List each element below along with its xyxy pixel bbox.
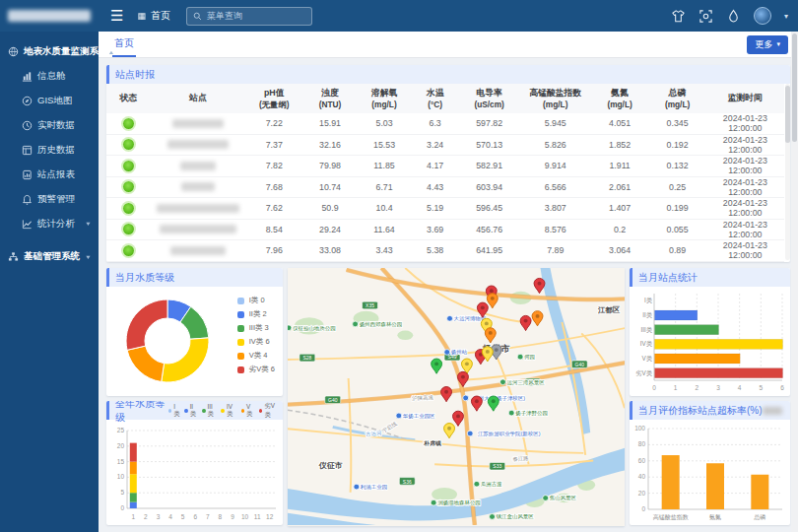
sidebar-item-trend[interactable]: 统计分析▼ — [0, 212, 99, 236]
exceed-bar-氨氮[interactable] — [706, 463, 724, 509]
flame-icon[interactable] — [726, 9, 741, 24]
station-name-cell — [151, 119, 245, 128]
svg-text:5: 5 — [181, 513, 185, 520]
table-row[interactable]: 7.8279.9811.854.17582.919.9141.9110.1322… — [106, 156, 784, 177]
stacked-bar-segment-劣V类[interactable] — [130, 443, 137, 462]
stacked-bar-segment-V类[interactable] — [130, 462, 137, 475]
legend-label: III类 3 — [249, 323, 269, 333]
value-cell: 0.132 — [648, 161, 705, 170]
table-row[interactable]: 7.3732.1615.533.24570.135.8261.8520.1922… — [106, 135, 784, 157]
legend-item[interactable]: II类 — [184, 403, 198, 419]
station-name-cell — [151, 246, 245, 255]
svg-text:IV类: IV类 — [640, 340, 653, 347]
legend-item[interactable]: III类 3 — [237, 321, 275, 335]
theme-skin-icon[interactable] — [671, 9, 686, 24]
tab-home[interactable]: 首页 — [112, 32, 136, 57]
sidebar-item-bars[interactable]: 信息舱 — [0, 64, 99, 89]
svg-text:4: 4 — [168, 513, 172, 520]
donut-slice-IV类[interactable] — [162, 338, 209, 382]
svg-text:20: 20 — [117, 442, 125, 449]
svg-text:1: 1 — [674, 384, 678, 391]
legend-item[interactable]: II类 2 — [237, 307, 275, 321]
map-label: 江都区 — [597, 305, 621, 314]
menu-search-input[interactable]: 菜单查询 — [186, 7, 312, 26]
sidebar-item-root-system[interactable]: 地表水质量监测系统▲ — [0, 39, 99, 64]
sidebar-item-clock[interactable]: 实时数据 — [0, 113, 99, 138]
legend-item[interactable]: V类 — [241, 403, 255, 419]
hbar-IV类[interactable] — [655, 339, 783, 349]
value-cell: 8.54 — [245, 225, 302, 234]
sidebar-item-gis[interactable]: GIS地图 — [0, 89, 99, 113]
hbar-V类[interactable] — [655, 354, 741, 364]
table-row[interactable]: 7.6810.746.714.43603.946.5662.0610.25202… — [106, 177, 784, 199]
donut-slice-V类[interactable] — [127, 346, 165, 381]
table-row[interactable]: 7.9633.083.435.38641.957.893.0640.892024… — [106, 240, 784, 262]
value-cell: 33.08 — [303, 245, 358, 255]
column-header: 浊度(NTU) — [303, 88, 358, 109]
legend-item[interactable]: 劣V类 — [259, 402, 279, 420]
value-cell: 5.19 — [412, 203, 459, 213]
blurred-link[interactable] — [763, 407, 782, 415]
logo-area — [0, 0, 99, 32]
page-scrollbar[interactable] — [791, 32, 798, 532]
screenshot-icon[interactable] — [698, 9, 713, 24]
legend-swatch — [237, 325, 244, 332]
chevron-down-icon: ▼ — [85, 222, 92, 228]
svg-text:总磷: 总磷 — [753, 514, 765, 520]
svg-text:G40: G40 — [575, 363, 585, 367]
table-row[interactable]: 8.5429.2411.643.69456.768.5760.20.055202… — [106, 220, 784, 241]
year-grade-bar-chart: 0510152025123456789101112 — [107, 421, 282, 524]
hbar-II类[interactable] — [655, 310, 698, 320]
table-row[interactable]: 7.2215.915.036.3597.825.9454.0510.345202… — [106, 113, 784, 135]
topbar: ☰ ▦ 首页 菜单查询 ▾ — [0, 0, 798, 32]
sidebar-collapse-icon[interactable]: ☰ — [110, 7, 123, 25]
table-row[interactable]: 7.6250.910.45.19596.453.8071.4070.199202… — [106, 198, 784, 220]
status-cell — [106, 203, 151, 214]
value-cell: 7.22 — [245, 118, 302, 128]
legend-item[interactable]: I类 — [168, 403, 180, 419]
time-cell: 2024-01-23 12:00:00 — [706, 156, 784, 175]
stacked-bar-segment-IV类[interactable] — [130, 474, 137, 493]
user-menu-chevron-down-icon[interactable]: ▾ — [784, 12, 788, 21]
svg-text:4: 4 — [738, 384, 742, 391]
bottom-grid: 当月水质等级 I类 0II类 2III类 3IV类 6V类 4劣V类 6 全年水… — [106, 268, 790, 526]
value-cell: 1.911 — [591, 161, 648, 170]
stacked-bar-segment-II类[interactable] — [130, 502, 137, 508]
legend-item[interactable]: IV类 — [221, 403, 236, 419]
value-cell: 11.85 — [358, 161, 412, 170]
sidebar-item-report[interactable]: 站点报表 — [0, 163, 99, 187]
svg-text:7: 7 — [206, 513, 210, 520]
legend-item[interactable]: 劣V类 6 — [237, 363, 275, 376]
table-scrollbar[interactable] — [785, 84, 790, 260]
value-cell: 7.89 — [520, 245, 591, 255]
map-canvas[interactable]: G40G40S49X35S28S36S33S53沪陕高速宁启线春江路古运河大运河… — [288, 268, 625, 526]
column-header: pH值(无量纲) — [245, 88, 302, 110]
map-label: 仪征市 — [318, 461, 343, 470]
time-cell: 2024-01-23 12:00:00 — [706, 240, 784, 260]
more-button[interactable]: 更多 ▾ — [747, 35, 788, 54]
value-cell: 10.74 — [303, 182, 358, 192]
exceed-bar-高锰酸盐指数[interactable] — [662, 455, 680, 509]
sidebar-item-history[interactable]: 历史数据 — [0, 138, 99, 163]
user-avatar[interactable] — [754, 7, 771, 25]
donut-slice-劣V类[interactable] — [126, 299, 167, 350]
legend-item[interactable]: V类 4 — [237, 349, 275, 363]
hbar-劣V类[interactable] — [655, 368, 783, 378]
sidebar-item-alert[interactable]: 预警管理 — [0, 187, 99, 212]
legend-item[interactable]: I类 0 — [237, 294, 275, 307]
sidebar-menu: 地表水质量监测系统▲信息舱GIS地图实时数据历史数据站点报表预警管理统计分析▼基… — [0, 39, 99, 269]
time-cell: 2024-01-23 12:00:00 — [706, 177, 784, 197]
sidebar-item-org[interactable]: 基础管理系统▼ — [0, 244, 99, 269]
stacked-bar-segment-III类[interactable] — [130, 493, 137, 501]
map-label: 华扬工业园区 — [403, 413, 435, 420]
hbar-III类[interactable] — [655, 325, 719, 335]
home-breadcrumb[interactable]: ▦ 首页 — [137, 9, 170, 23]
value-cell: 2.061 — [591, 182, 648, 192]
column-header: 水温(°C) — [412, 88, 459, 109]
value-cell: 15.53 — [358, 140, 412, 150]
legend-item[interactable]: IV类 6 — [237, 335, 275, 349]
legend-item[interactable]: III类 — [202, 403, 217, 419]
legend-dot — [184, 409, 187, 413]
value-cell: 8.576 — [520, 225, 591, 234]
exceed-bar-总磷[interactable] — [751, 475, 768, 509]
